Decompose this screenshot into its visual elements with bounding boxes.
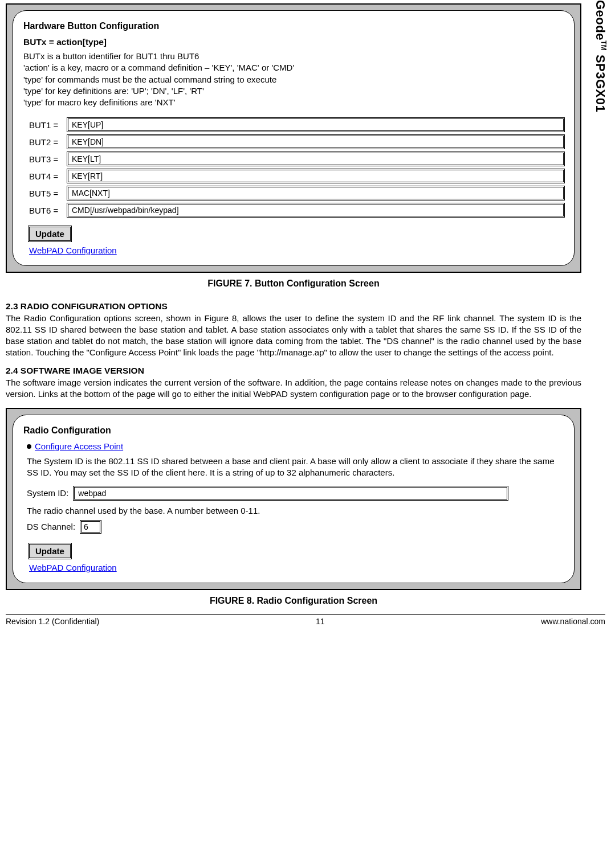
side-title-pre: Geode xyxy=(593,0,608,40)
section-2-3-heading: 2.3 RADIO CONFIGURATION OPTIONS xyxy=(6,301,581,312)
figure8-container: Radio Configuration Configure Access Poi… xyxy=(6,408,581,590)
but4-input[interactable] xyxy=(68,170,564,182)
but3-label: BUT3 = xyxy=(29,154,68,164)
panel1-description: BUTx is a button identifier for BUT1 thr… xyxy=(23,51,564,108)
section-2-4-body: The software image version indicates the… xyxy=(6,377,581,400)
but5-label: BUT5 = xyxy=(29,189,68,198)
but5-row: BUT5 = xyxy=(29,187,564,199)
configure-access-point-link[interactable]: Configure Access Point xyxy=(35,441,123,451)
desc-line: BUTx is a button identifier for BUT1 thr… xyxy=(23,51,564,62)
footer-right: www.national.com xyxy=(541,617,605,626)
dschannel-input[interactable] xyxy=(81,521,100,533)
side-title-post: SP3GX01 xyxy=(593,51,608,112)
hardware-button-config-panel: Hardware Button Configuration BUTx = act… xyxy=(13,10,575,266)
figure7-caption: FIGURE 7. Button Configuration Screen xyxy=(6,279,581,289)
figure8-caption: FIGURE 8. Radio Configuration Screen xyxy=(6,596,581,606)
update-button-panel1[interactable]: Update xyxy=(29,227,71,241)
but2-row: BUT2 = xyxy=(29,136,564,148)
systemid-label: System ID: xyxy=(27,488,68,498)
but1-input[interactable] xyxy=(68,118,564,131)
but2-input[interactable] xyxy=(68,136,564,148)
side-product-title: GeodeTM SP3GX01 xyxy=(593,0,608,112)
but6-row: BUT6 = xyxy=(29,204,564,216)
update-button-panel2[interactable]: Update xyxy=(29,544,71,558)
bullet-icon xyxy=(27,444,31,449)
but4-row: BUT4 = xyxy=(29,170,564,182)
side-title-tm: TM xyxy=(600,40,608,51)
dschannel-description: The radio channel used by the base. A nu… xyxy=(27,505,560,517)
figure7-container: Hardware Button Configuration BUTx = act… xyxy=(6,3,581,273)
desc-line: 'action' is a key, macro or a command de… xyxy=(23,62,564,73)
radio-config-panel: Radio Configuration Configure Access Poi… xyxy=(13,415,575,583)
page-footer: Revision 1.2 (Confidential) 11 www.natio… xyxy=(6,614,605,626)
but1-label: BUT1 = xyxy=(29,120,68,130)
panel2-title: Radio Configuration xyxy=(23,425,564,436)
but6-label: BUT6 = xyxy=(29,206,68,215)
panel1-title: Hardware Button Configuration xyxy=(23,21,564,31)
dschannel-label: DS Channel: xyxy=(27,522,75,531)
section-2-3-body: The Radio Configuration options screen, … xyxy=(6,313,581,358)
webpad-config-link-panel1[interactable]: WebPAD Configuration xyxy=(29,245,117,255)
but3-row: BUT3 = xyxy=(29,153,564,165)
systemid-row: System ID: xyxy=(27,487,564,499)
systemid-input[interactable] xyxy=(74,487,507,499)
systemid-description: The System ID is the 802.11 SS ID shared… xyxy=(27,456,560,479)
footer-left: Revision 1.2 (Confidential) xyxy=(6,617,99,626)
footer-page-number: 11 xyxy=(99,617,541,626)
desc-line: 'type' for macro key definitions are 'NX… xyxy=(23,97,564,108)
configure-ap-row: Configure Access Point xyxy=(27,441,564,451)
desc-line: 'type' for commands must be the actual c… xyxy=(23,74,564,85)
but4-label: BUT4 = xyxy=(29,171,68,181)
dschannel-row: DS Channel: xyxy=(27,521,564,533)
but1-row: BUT1 = xyxy=(29,118,564,131)
button-rows: BUT1 = BUT2 = BUT3 = BUT4 = BUT5 = xyxy=(29,118,564,216)
but6-input[interactable] xyxy=(68,204,564,216)
webpad-config-link-panel2[interactable]: WebPAD Configuration xyxy=(29,563,117,572)
panel1-subhead: BUTx = action[type] xyxy=(23,37,564,47)
section-2-4-heading: 2.4 SOFTWARE IMAGE VERSION xyxy=(6,366,581,376)
but5-input[interactable] xyxy=(68,187,564,199)
but3-input[interactable] xyxy=(68,153,564,165)
desc-line: 'type' for key definitions are: 'UP'; 'D… xyxy=(23,85,564,97)
but2-label: BUT2 = xyxy=(29,137,68,147)
